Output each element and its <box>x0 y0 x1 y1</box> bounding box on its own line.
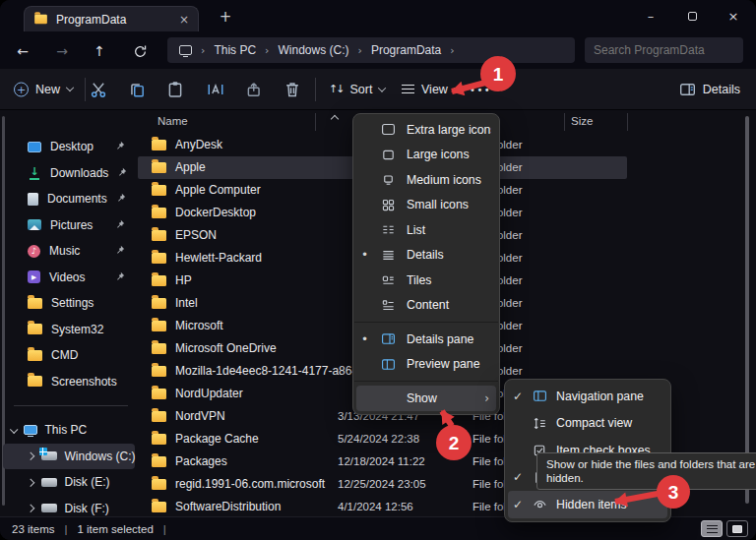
folder-icon <box>152 162 166 173</box>
sidebar-item-downloads[interactable]: ↓ Downloads <box>0 160 138 187</box>
new-button[interactable]: + New <box>14 82 73 96</box>
menu-item-details[interactable]: • Details <box>353 243 499 269</box>
pin-icon <box>115 140 125 153</box>
small-icons-icon <box>381 198 407 212</box>
menu-item-tiles[interactable]: Tiles <box>353 268 499 293</box>
details-pane-icon <box>381 331 407 346</box>
breadcrumb-separator: › <box>450 44 454 57</box>
folder-icon <box>152 253 166 264</box>
large-icons-icon <box>381 148 407 162</box>
breadcrumb-separator: › <box>358 44 362 57</box>
sidebar-item-music[interactable]: ♪ Music <box>0 238 138 265</box>
share-icon <box>245 81 263 98</box>
tree-item-windows-c[interactable]: Windows (C:) <box>3 444 135 470</box>
copy-button[interactable] <box>128 81 146 98</box>
tree-item-disk-e[interactable]: Disk (E:) <box>0 469 138 496</box>
new-tab-button[interactable]: + <box>213 5 238 29</box>
minimize-button[interactable]: – <box>630 0 671 31</box>
tab-title: ProgramData <box>56 13 171 27</box>
menu-item-details-pane[interactable]: • Details pane <box>353 327 499 352</box>
toolbar-divider <box>315 78 316 101</box>
music-icon: ♪ <box>28 245 40 258</box>
column-divider[interactable] <box>627 113 628 131</box>
delete-button[interactable] <box>284 81 301 98</box>
menu-item-show[interactable]: Show › <box>356 386 496 411</box>
sidebar-item-documents[interactable]: Documents <box>0 186 138 212</box>
up-button[interactable]: ↑ <box>88 39 111 63</box>
breadcrumb-item-this-pc[interactable]: This PC <box>214 43 256 57</box>
menu-item-preview-pane[interactable]: Preview pane <box>353 352 499 378</box>
list-view-icon <box>381 222 407 237</box>
rename-button[interactable] <box>207 81 224 98</box>
folder-icon <box>28 350 42 361</box>
close-button[interactable]: × <box>713 0 754 31</box>
tab-close-icon[interactable]: × <box>179 13 189 27</box>
breadcrumb-item-windows-c[interactable]: Windows (C:) <box>279 43 349 57</box>
view-button[interactable]: View <box>402 83 461 96</box>
chevron-right-icon[interactable] <box>27 505 34 512</box>
thumbnail-view-toggle[interactable] <box>726 520 748 537</box>
pin-icon <box>117 166 127 180</box>
details-toggle-button[interactable]: Details <box>679 81 740 97</box>
cut-button[interactable] <box>90 81 107 98</box>
view-icon <box>402 85 414 93</box>
search-input[interactable] <box>594 43 746 57</box>
menu-item-list[interactable]: List <box>353 217 499 243</box>
column-divider[interactable] <box>315 113 316 131</box>
thumbnail-view-icon <box>732 525 742 533</box>
column-header-name[interactable]: Name <box>158 115 188 127</box>
view-toggles <box>701 520 748 537</box>
paste-button[interactable] <box>166 81 184 98</box>
folder-icon <box>28 298 42 309</box>
tree-item-this-pc[interactable]: This PC <box>0 417 138 444</box>
back-button[interactable]: ← <box>11 39 34 63</box>
refresh-button[interactable] <box>128 39 152 63</box>
menu-item-medium-icons[interactable]: Medium icons <box>353 167 499 193</box>
chevron-down-icon[interactable] <box>10 425 18 433</box>
more-button[interactable]: ••• <box>470 84 491 94</box>
folder-icon <box>152 366 166 377</box>
sidebar-item-videos[interactable]: ▶ Videos <box>0 265 138 291</box>
view-menu: Extra large icons Large icons Medium ico… <box>352 113 500 415</box>
compact-view-icon <box>533 416 556 431</box>
forward-button[interactable]: → <box>50 39 74 63</box>
delete-icon <box>284 81 301 98</box>
share-button[interactable] <box>245 81 263 98</box>
list-scrollbar[interactable] <box>745 116 749 504</box>
medium-icons-icon <box>381 172 407 187</box>
chevron-right-icon[interactable] <box>27 452 34 460</box>
sidebar-item-cmd[interactable]: CMD <box>0 342 138 369</box>
app-tab[interactable]: ProgramData × <box>24 6 199 31</box>
breadcrumb-separator: › <box>201 44 205 57</box>
sidebar-item-desktop[interactable]: Desktop <box>0 134 138 160</box>
chevron-right-icon[interactable] <box>27 478 34 486</box>
tooltip-line-2: hidden. <box>546 471 756 485</box>
details-toggle-label: Details <box>703 83 740 96</box>
menu-item-small-icons[interactable]: Small icons <box>353 193 499 218</box>
status-divider: | <box>64 523 67 535</box>
submenu-item-hidden-items[interactable]: ✓ Hidden items <box>508 491 667 518</box>
breadcrumb-item-programdata[interactable]: ProgramData <box>371 43 441 57</box>
rename-icon <box>207 81 224 98</box>
submenu-item-navigation-pane[interactable]: ✓ Navigation pane <box>505 383 670 410</box>
column-header-size[interactable]: Size <box>571 115 593 127</box>
folder-icon <box>152 185 166 196</box>
maximize-button[interactable] <box>671 0 713 31</box>
search-box[interactable] <box>585 37 743 63</box>
folder-icon <box>152 434 166 445</box>
sidebar-item-pictures[interactable]: Pictures <box>0 212 138 239</box>
sidebar-item-settings[interactable]: Settings <box>0 290 138 317</box>
plus-icon: + <box>14 82 29 96</box>
tooltip: Show or hide the files and folders that … <box>536 452 756 490</box>
folder-icon <box>28 376 42 387</box>
sidebar-item-system32[interactable]: System32 <box>0 317 138 343</box>
column-divider[interactable] <box>564 113 565 131</box>
submenu-item-compact-view[interactable]: Compact view <box>505 410 670 438</box>
details-view-toggle[interactable] <box>701 520 723 537</box>
menu-item-extra-large-icons[interactable]: Extra large icons <box>353 117 499 143</box>
sidebar-item-screenshots[interactable]: Screenshots <box>0 369 138 395</box>
menu-item-large-icons[interactable]: Large icons <box>353 143 499 168</box>
sort-button[interactable]: ↑↓ Sort <box>329 83 385 96</box>
menu-item-content[interactable]: Content <box>353 293 499 319</box>
folder-icon <box>152 411 166 422</box>
